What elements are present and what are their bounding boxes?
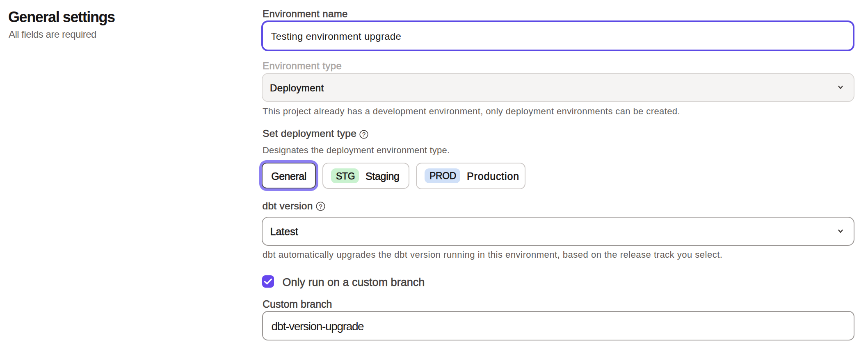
svg-text:?: ?: [319, 202, 322, 209]
svg-text:?: ?: [362, 131, 365, 138]
